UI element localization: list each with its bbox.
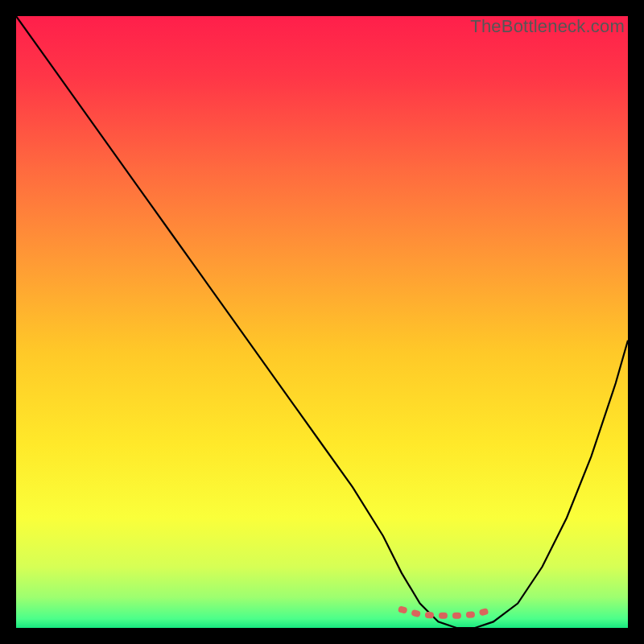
watermark-text: TheBottleneck.com [470,16,625,37]
chart-frame: TheBottleneck.com [16,16,628,628]
bottleneck-chart [16,16,628,628]
gradient-background [16,16,628,628]
